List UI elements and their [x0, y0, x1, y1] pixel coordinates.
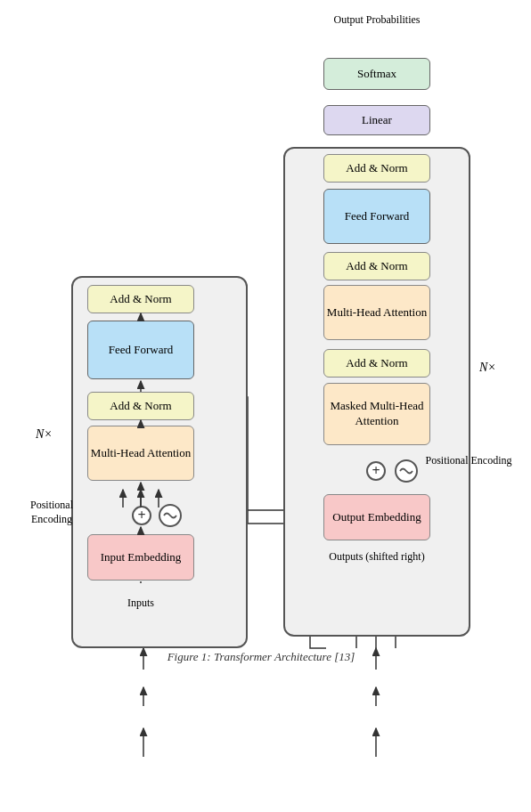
- decoder-positional-label: Positional Encoding: [424, 454, 513, 468]
- encoder-nx-label: N×: [36, 427, 53, 442]
- decoder-masked: Masked Multi-Head Attention: [323, 383, 430, 445]
- decoder-embedding: Output Embedding: [323, 494, 430, 540]
- encoder-embedding: Input Embedding: [87, 534, 194, 581]
- encoder-wave-icon: [159, 504, 182, 527]
- decoder-add-norm-top: Add & Norm: [323, 154, 430, 183]
- decoder-feed-forward: Feed Forward: [323, 189, 430, 244]
- encoder-inputs-label: Inputs: [105, 597, 176, 611]
- encoder-add-norm-top: Add & Norm: [87, 285, 194, 313]
- diagram-container: Output Probabilities Softmax Linear N× A…: [16, 9, 515, 775]
- encoder-positional-label: Positional Encoding: [16, 499, 87, 526]
- encoder-feed-forward: Feed Forward: [87, 321, 194, 379]
- decoder-add-norm-mid: Add & Norm: [323, 252, 430, 280]
- decoder-nx-label: N×: [479, 361, 496, 375]
- encoder-plus-icon: +: [132, 506, 151, 525]
- decoder-outputs-label: Outputs (shifted right): [319, 550, 435, 564]
- encoder-add-norm-bottom: Add & Norm: [87, 392, 194, 420]
- figure-caption: Figure 1: Transformer Architecture [13]: [105, 650, 417, 664]
- softmax-block: Softmax: [323, 58, 430, 90]
- encoder-multi-head: Multi-Head Attention: [87, 426, 194, 481]
- decoder-multi-head: Multi-Head Attention: [323, 285, 430, 340]
- output-probabilities-label: Output Probabilities: [319, 13, 435, 28]
- linear-block: Linear: [323, 105, 430, 135]
- decoder-wave-icon: [395, 459, 418, 483]
- decoder-add-norm-bottom: Add & Norm: [323, 349, 430, 378]
- decoder-plus-icon: +: [366, 461, 386, 481]
